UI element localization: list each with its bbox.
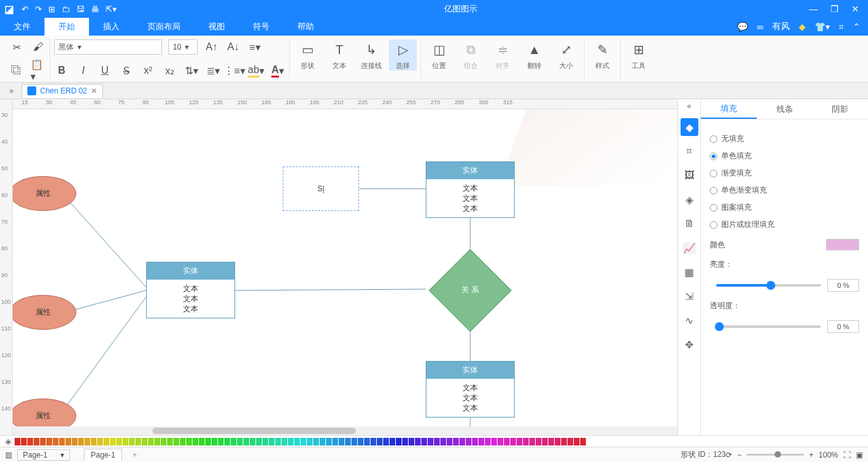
shirt-icon[interactable]: 👕▾ xyxy=(815,22,830,32)
color-swatch[interactable] xyxy=(421,438,427,445)
color-swatch[interactable] xyxy=(517,438,522,445)
color-swatch[interactable] xyxy=(396,438,402,445)
color-swatch[interactable] xyxy=(129,438,135,445)
fit-page-icon[interactable]: ⛶ xyxy=(843,451,851,459)
add-page-icon[interactable]: ＋ xyxy=(131,449,139,460)
misc-panel-icon[interactable]: ✥ xyxy=(681,336,698,353)
color-swatch[interactable] xyxy=(453,438,459,445)
color-swatch[interactable] xyxy=(15,438,20,445)
color-swatch[interactable] xyxy=(148,438,154,445)
tools-button[interactable]: ⊞工具 xyxy=(625,39,653,71)
color-swatch[interactable] xyxy=(173,438,179,445)
color-swatch[interactable] xyxy=(53,438,58,445)
fill-none-radio[interactable]: 无填充 xyxy=(710,133,859,144)
attribute-shape[interactable]: 属性 xyxy=(13,295,76,330)
color-swatch[interactable] xyxy=(358,438,363,445)
color-swatch[interactable] xyxy=(574,438,580,445)
align-text-icon[interactable]: ≡▾ xyxy=(247,39,262,55)
color-swatch[interactable] xyxy=(250,438,255,445)
color-swatch[interactable] xyxy=(567,438,573,445)
color-swatch[interactable] xyxy=(212,438,217,445)
color-swatch[interactable] xyxy=(485,438,491,445)
redo-icon[interactable]: ↷ xyxy=(35,4,42,14)
font-size-select[interactable]: 10▾ xyxy=(168,39,198,55)
menu-help[interactable]: 帮助 xyxy=(283,18,328,36)
color-swatch[interactable] xyxy=(510,438,516,445)
close-icon[interactable]: ✕ xyxy=(851,4,859,14)
maximize-icon[interactable]: ❐ xyxy=(831,4,839,14)
color-swatch[interactable] xyxy=(377,438,383,445)
entity-shape[interactable]: 实体 文本文本文本 xyxy=(426,361,515,418)
shapes-panel-icon[interactable]: ⌗ xyxy=(681,142,698,160)
color-swatch[interactable] xyxy=(65,438,71,445)
color-swatch[interactable] xyxy=(326,438,332,445)
zoom-in-icon[interactable]: + xyxy=(809,451,813,459)
eyedropper-icon[interactable]: ◈ xyxy=(3,437,14,446)
decrease-font-icon[interactable]: A↓ xyxy=(226,39,241,55)
color-swatch[interactable] xyxy=(345,438,351,445)
zoom-value[interactable]: 100% xyxy=(818,451,838,459)
menu-layout[interactable]: 页面布局 xyxy=(133,18,194,36)
color-swatch[interactable] xyxy=(313,438,319,445)
subscript-icon[interactable]: x₂ xyxy=(162,63,177,78)
fit-width-icon[interactable]: ▣ xyxy=(856,451,863,459)
color-swatch[interactable] xyxy=(193,438,198,445)
color-swatch[interactable] xyxy=(85,438,90,445)
color-swatch[interactable] xyxy=(97,438,103,445)
shape-button[interactable]: ▭形状 xyxy=(294,39,322,71)
color-swatch[interactable] xyxy=(281,438,287,445)
color-swatch[interactable] xyxy=(154,438,160,445)
color-swatch[interactable] xyxy=(459,438,465,445)
color-swatch[interactable] xyxy=(301,438,306,445)
color-swatch[interactable] xyxy=(529,438,535,445)
document-tab[interactable]: Chen ERD 02 ✕ xyxy=(22,84,103,98)
color-swatch[interactable] xyxy=(116,438,122,445)
page-list-icon[interactable]: ▥ xyxy=(5,451,12,459)
color-swatch[interactable] xyxy=(561,438,567,445)
zoom-slider[interactable] xyxy=(747,454,804,456)
editing-text-shape[interactable]: S| xyxy=(283,166,359,211)
color-swatch[interactable] xyxy=(59,438,65,445)
color-swatch[interactable] xyxy=(472,438,478,445)
color-swatch[interactable] xyxy=(237,438,243,445)
canvas[interactable]: 属性 属性 属性 实体 文本文本文本 S| 实体 文本文本文本 关 系 实体 文… xyxy=(13,109,677,426)
minimize-icon[interactable]: — xyxy=(809,4,818,14)
color-swatch[interactable] xyxy=(826,239,859,250)
color-swatch[interactable] xyxy=(542,438,548,445)
links-panel-icon[interactable]: ∿ xyxy=(681,311,698,329)
size-button[interactable]: ⤢大小 xyxy=(552,39,580,71)
apps-icon[interactable]: ⌗ xyxy=(839,22,844,32)
diamond-icon[interactable]: ◆ xyxy=(799,22,806,32)
color-swatch[interactable] xyxy=(256,438,262,445)
align-button[interactable]: ≑对齐 xyxy=(489,39,517,71)
superscript-icon[interactable]: x² xyxy=(140,63,156,78)
color-swatch[interactable] xyxy=(339,438,344,445)
chart-panel-icon[interactable]: 📈 xyxy=(681,239,698,257)
color-swatch[interactable] xyxy=(224,438,230,445)
save-icon[interactable]: 🖫 xyxy=(76,4,85,14)
highlight-icon[interactable]: ab▾ xyxy=(248,63,264,78)
new-icon[interactable]: ⊞ xyxy=(48,4,55,14)
color-swatch[interactable] xyxy=(370,438,376,445)
color-swatch[interactable] xyxy=(548,438,554,445)
collapse-ribbon-icon[interactable]: ⌃ xyxy=(853,22,860,32)
color-swatch[interactable] xyxy=(390,438,395,445)
menu-insert[interactable]: 插入 xyxy=(89,18,133,36)
color-swatch[interactable] xyxy=(504,438,510,445)
horizontal-scrollbar[interactable] xyxy=(13,426,677,435)
list-icon[interactable]: ≣▾ xyxy=(205,63,220,78)
page-selector[interactable]: Page-1▾ xyxy=(17,449,70,461)
attribute-shape[interactable]: 属性 xyxy=(13,176,76,211)
font-color-icon[interactable]: A▾ xyxy=(270,63,285,78)
export-panel-icon[interactable]: ⇲ xyxy=(681,287,698,305)
color-swatch[interactable] xyxy=(555,438,560,445)
select-button[interactable]: ▷选择 xyxy=(389,39,417,71)
chat-icon[interactable]: 💬 xyxy=(737,22,748,32)
strike-icon[interactable]: S̶ xyxy=(119,63,134,78)
line-spacing-icon[interactable]: ⇅▾ xyxy=(184,63,199,78)
brightness-value[interactable]: 0 % xyxy=(827,279,859,292)
color-swatch[interactable] xyxy=(402,438,408,445)
undo-icon[interactable]: ↶ xyxy=(22,4,29,14)
color-swatch[interactable] xyxy=(275,438,281,445)
panel-tab-line[interactable]: 线条 xyxy=(757,99,813,119)
